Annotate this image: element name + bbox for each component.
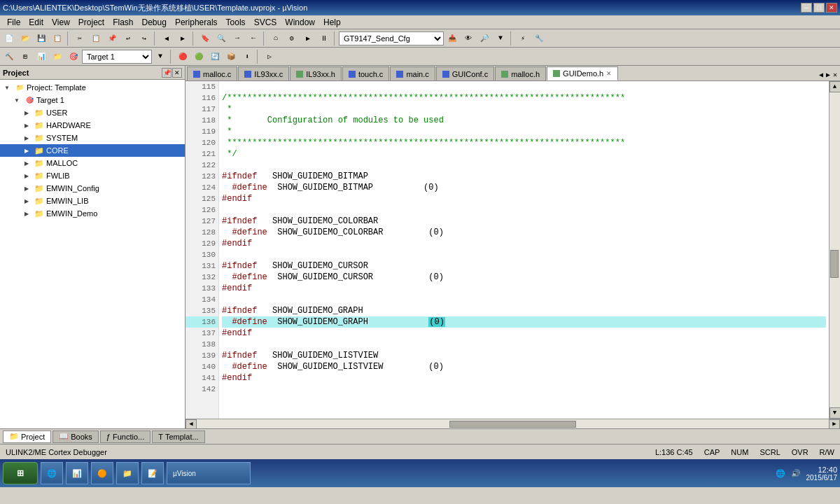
menu-edit[interactable]: Edit	[24, 16, 48, 29]
maximize-button[interactable]: □	[813, 3, 825, 13]
tree-item-root[interactable]: ▼ 📁 Project: Template	[0, 81, 185, 94]
view-btn[interactable]: 👁	[461, 31, 476, 46]
tree-item-user[interactable]: ▶ 📁 USER	[0, 106, 185, 119]
taskbar-app-1[interactable]: 🌐	[41, 462, 63, 484]
extra-btn2[interactable]: 🔧	[531, 31, 547, 46]
tb2-3[interactable]: 📁	[50, 49, 65, 64]
taskbar-app-4[interactable]: 📁	[116, 462, 139, 484]
editor-hscroll[interactable]: ◀ ▶	[186, 419, 840, 428]
tb8[interactable]: ⏸	[316, 31, 332, 46]
ln-122: 122	[186, 160, 218, 171]
tab-main-c[interactable]: main.c	[390, 66, 435, 80]
bottom-tab-templates[interactable]: T Templat...	[152, 430, 204, 443]
tab-guidemo-h[interactable]: GUIDemo.h ✕	[547, 66, 618, 80]
menu-window[interactable]: Window	[281, 16, 319, 29]
menu-view[interactable]: View	[48, 16, 74, 29]
menu-help[interactable]: Help	[319, 16, 345, 29]
tree-item-emwin-config[interactable]: ▶ 📁 EMWIN_Config	[0, 182, 185, 195]
undo-btn[interactable]: ↩	[120, 31, 136, 46]
open-btn[interactable]: 📂	[18, 31, 33, 46]
nav-fwd-btn[interactable]: ▶	[175, 31, 190, 46]
panel-pin-btn[interactable]: 📌	[162, 68, 172, 78]
tb5[interactable]: ⌂	[268, 31, 284, 46]
tab-malloc-h[interactable]: malloc.h	[495, 66, 546, 80]
vscroll-down[interactable]: ▼	[830, 407, 841, 419]
tab-guiconf-c[interactable]: GUIConf.c	[436, 66, 494, 80]
bookmark-btn[interactable]: 🔖	[197, 31, 213, 46]
indent-btn[interactable]: →	[230, 31, 245, 46]
tree-item-hardware[interactable]: ▶ 📁 HARDWARE	[0, 119, 185, 132]
code-area[interactable]: /***************************************…	[219, 81, 829, 419]
start-debug-btn[interactable]: ▷	[262, 49, 277, 64]
tree-item-emwin-lib[interactable]: ▶ 📁 EMWIN_LIB	[0, 195, 185, 207]
tb6[interactable]: ⚙	[284, 31, 300, 46]
rebuild-btn[interactable]: 🔄	[207, 49, 223, 64]
tab-touch-c[interactable]: touch.c	[342, 66, 389, 80]
compile-btn[interactable]: 🔴	[175, 49, 190, 64]
tab-scroll-left[interactable]: ◀	[818, 69, 825, 80]
outdent-btn[interactable]: ←	[246, 31, 261, 46]
taskbar-uvision[interactable]: µVision	[167, 462, 251, 484]
save-btn[interactable]: 💾	[34, 31, 49, 46]
tb2-2[interactable]: 📊	[34, 49, 49, 64]
bottom-tab-books[interactable]: 📖 Books	[52, 430, 99, 443]
tree-item-system[interactable]: ▶ 📁 SYSTEM	[0, 132, 185, 144]
start-button[interactable]: ⊞	[3, 462, 38, 484]
find-btn[interactable]: 🔍	[214, 31, 229, 46]
settings-btn[interactable]: 🔨	[1, 49, 17, 64]
redo-btn[interactable]: ↪	[136, 31, 152, 46]
tab-scroll-right[interactable]: ▶	[825, 69, 832, 80]
tb2-1[interactable]: ⊞	[18, 49, 33, 64]
folder-icon-ewconf: 📁	[34, 183, 45, 194]
menu-flash[interactable]: Flash	[108, 16, 137, 29]
cut-btn[interactable]: ✂	[72, 31, 88, 46]
editor-vscroll[interactable]: ▲ ▼	[829, 81, 840, 419]
bottom-tab-functions[interactable]: ƒ Functio...	[100, 430, 150, 443]
tree-item-core[interactable]: ▶ 📁 CORE	[0, 144, 185, 157]
tab-malloc-c[interactable]: malloc.c	[187, 66, 237, 80]
menu-project[interactable]: Project	[74, 16, 108, 29]
tb7[interactable]: ▶	[300, 31, 316, 46]
tab-close-all[interactable]: ✕	[832, 69, 839, 80]
paste-btn[interactable]: 📌	[104, 31, 120, 46]
tab-il93xx-h[interactable]: IL93xx.h	[290, 66, 342, 80]
target-opts-btn[interactable]: ▼	[153, 49, 168, 64]
tb2-4[interactable]: 🎯	[66, 49, 81, 64]
menu-file[interactable]: File	[3, 16, 24, 29]
panel-close-btn[interactable]: ✕	[172, 68, 182, 78]
menu-peripherals[interactable]: Peripherals	[171, 16, 222, 29]
search-btn[interactable]: 🔎	[477, 31, 492, 46]
tree-item-fwlib[interactable]: ▶ 📁 FWLIB	[0, 169, 185, 182]
copy-btn[interactable]: 📋	[88, 31, 104, 46]
taskbar-app-2[interactable]: 📊	[66, 462, 88, 484]
hscroll-right[interactable]: ▶	[829, 419, 840, 429]
save-all-btn[interactable]: 📋	[50, 31, 65, 46]
batch-btn[interactable]: 📦	[223, 49, 239, 64]
hscroll-thumb[interactable]	[449, 421, 576, 428]
menu-tools[interactable]: Tools	[222, 16, 250, 29]
minimize-button[interactable]: ─	[801, 3, 812, 13]
tree-item-emwin-demo[interactable]: ▶ 📁 EMWIN_Demo	[0, 207, 185, 220]
vscroll-up[interactable]: ▲	[830, 81, 841, 92]
nav-back-btn[interactable]: ◀	[159, 31, 174, 46]
target-select[interactable]: Target 1	[82, 50, 152, 64]
new-btn[interactable]: 📄	[1, 31, 17, 46]
close-button[interactable]: ✕	[826, 3, 837, 13]
extra-btn[interactable]: ⚡	[515, 31, 531, 46]
load-btn[interactable]: 📥	[444, 31, 460, 46]
hscroll-left[interactable]: ◀	[186, 419, 197, 429]
menu-debug[interactable]: Debug	[138, 16, 171, 29]
taskbar-app-5[interactable]: 📝	[141, 462, 164, 484]
taskbar-app-3[interactable]: 🟠	[91, 462, 113, 484]
tab-close-guidemo-h[interactable]: ✕	[606, 70, 612, 77]
tree-item-target1[interactable]: ▼ 🎯 Target 1	[0, 94, 185, 106]
bottom-tab-project[interactable]: 📁 Project	[3, 430, 51, 443]
tab-il93xx-c[interactable]: IL93xx.c	[238, 66, 289, 80]
menu-svcs[interactable]: SVCS	[250, 16, 281, 29]
tree-item-malloc[interactable]: ▶ 📁 MALLOC	[0, 157, 185, 169]
vscroll-thumb[interactable]	[830, 250, 839, 278]
config-select[interactable]: GT9147_Send_Cfg	[339, 31, 444, 46]
more-btn[interactable]: ▼	[493, 31, 508, 46]
download-btn[interactable]: ⬇	[239, 49, 255, 64]
build-btn[interactable]: 🟢	[191, 49, 206, 64]
